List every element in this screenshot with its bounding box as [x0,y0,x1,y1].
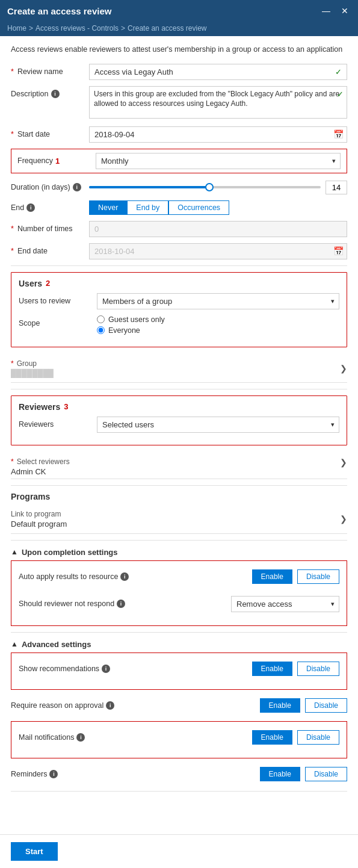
divider-6 [11,791,347,792]
select-reviewers-label: * Select reviewers [11,457,70,466]
description-row: Description i Users in this group are ex… [11,86,347,120]
mail-notif-row: Mail notifications i Enable Disable [19,727,339,748]
scope-label: Scope [19,315,97,327]
end-date-label: * End date [11,243,89,255]
number-of-times-label: * Number of times [11,221,89,233]
show-rec-row: Show recommendations i Enable Disable [19,658,339,680]
auto-apply-enable-btn[interactable]: Enable [252,569,292,584]
select-reviewers-chevron-icon: ❯ [340,457,347,467]
reminders-enable-btn[interactable]: Enable [260,767,300,781]
slider-fill [89,186,209,188]
require-reason-info-icon[interactable]: i [106,701,114,710]
select-reviewers-value: Admin CK [11,467,70,476]
reviewers-section-number: 3 [64,402,68,411]
select-reviewers-row[interactable]: * Select reviewers Admin CK ❯ [11,453,347,479]
end-row: End i Never End by Occurrences [11,200,347,215]
programs-chevron-icon: ❯ [340,514,347,524]
completion-settings-accordion[interactable]: ▲ Upon completion settings [11,548,347,557]
users-to-review-field: Members of a group Assigned to an applic… [97,293,339,309]
show-rec-info-icon[interactable]: i [102,665,110,673]
programs-title: Programs [11,492,347,501]
reviewers-label: Reviewers [19,417,97,429]
reminders-disable-btn[interactable]: Disable [305,767,347,781]
review-name-field: Access via Legay Auth [89,64,347,80]
end-by-btn[interactable]: End by [127,200,168,215]
scope-guest-radio[interactable] [97,315,105,323]
require-reason-enable-btn[interactable]: Enable [260,698,300,713]
number-of-times-row: * Number of times [11,221,347,237]
review-name-input[interactable]: Access via Legay Auth [89,64,347,80]
start-date-label: * Start date [11,126,89,138]
breadcrumb-access-reviews[interactable]: Access reviews - Controls [35,24,119,33]
scope-field: Guest users only Everyone [97,315,339,335]
users-to-review-select[interactable]: Members of a group Assigned to an applic… [97,293,339,309]
description-info-icon[interactable]: i [51,90,60,98]
reviewers-row: Reviewers Selected users Members (self-r… [19,417,339,433]
users-section: Users 2 Users to review Members of a gro… [11,272,347,347]
end-info-icon[interactable]: i [26,203,35,212]
link-to-program-row[interactable]: Link to program Default program ❯ [11,505,347,534]
group-content: * Group ████████ [11,359,54,377]
not-respond-select[interactable]: Remove access Approve access Take recomm… [231,596,339,612]
scope-everyone-radio[interactable] [97,326,105,334]
chevron-down-icon: ▲ [11,548,18,556]
description-input[interactable] [89,86,347,119]
require-reason-disable-btn[interactable]: Disable [305,698,347,713]
required-star-3: * [11,225,14,233]
close-button[interactable]: ✕ [339,5,351,17]
reviewers-select[interactable]: Selected users Members (self-review) Gro… [97,417,339,433]
advanced-settings-accordion[interactable]: ▲ Advanced settings [11,640,347,649]
select-reviewers-content: * Select reviewers Admin CK [11,457,70,476]
breadcrumb-home[interactable]: Home [7,24,26,33]
end-btn-group: Never End by Occurrences [89,200,229,215]
duration-label: Duration (in days) i [11,183,89,191]
group-row[interactable]: * Group ████████ ❯ [11,355,347,383]
duration-slider-container: 14 [89,181,347,194]
mail-notif-enable-btn[interactable]: Enable [252,730,292,745]
mail-notif-info-icon[interactable]: i [76,733,85,742]
frequency-field: Weekly Monthly Quarterly Semi-annually A… [96,153,341,169]
auto-apply-info-icon[interactable]: i [120,572,129,581]
frequency-section: Frequency 1 Weekly Monthly Quarterly Sem… [11,149,347,173]
not-respond-field: Remove access Approve access Take recomm… [231,596,339,612]
slider-thumb [205,183,214,191]
breadcrumb-sep2: > [121,24,125,33]
not-respond-row: Should reviewer not respond i Remove acc… [19,592,339,616]
end-never-btn[interactable]: Never [89,200,127,215]
frequency-select[interactable]: Weekly Monthly Quarterly Semi-annually A… [96,153,341,169]
intro-text: Access reviews enable reviewers to attes… [11,45,347,55]
link-to-program-content: Link to program Default program [11,510,67,529]
duration-info-icon[interactable]: i [73,183,81,191]
number-of-times-input[interactable] [89,221,347,237]
scope-radio-group: Guest users only Everyone [97,315,339,335]
frequency-label: Frequency 1 [17,157,96,166]
minimize-button[interactable]: — [319,5,333,17]
reminders-info-icon[interactable]: i [49,770,58,778]
scope-everyone[interactable]: Everyone [97,326,339,335]
end-occurrences-btn[interactable]: Occurrences [168,200,229,215]
programs-section: Programs Link to program Default program… [11,492,347,534]
start-date-row: * Start date 📅 [11,126,347,143]
main-content: Access reviews enable reviewers to attes… [0,36,358,834]
reviewers-field: Selected users Members (self-review) Gro… [97,417,339,433]
description-check-icon: ✓ [337,90,344,99]
mail-notif-bordered: Mail notifications i Enable Disable [11,721,347,758]
scope-row: Scope Guest users only Everyone [19,315,339,335]
end-date-input[interactable] [89,243,347,259]
start-button[interactable]: Start [11,842,58,861]
show-rec-enable-btn[interactable]: Enable [252,662,292,676]
mail-notif-disable-btn[interactable]: Disable [297,730,339,745]
auto-apply-disable-btn[interactable]: Disable [297,569,339,584]
start-date-input[interactable] [89,126,347,143]
not-respond-label: Should reviewer not respond i [19,600,226,608]
description-field: Users in this group are excluded from th… [89,86,347,120]
required-star-6: * [11,457,14,466]
start-date-field: 📅 [89,126,347,143]
slider-track[interactable] [89,186,321,188]
show-rec-disable-btn[interactable]: Disable [297,662,339,676]
reviewers-section-header: Reviewers 3 [19,402,339,412]
window-title: Create an access review [7,6,111,16]
not-respond-info-icon[interactable]: i [117,600,125,608]
review-name-label: * Review name [11,64,89,76]
scope-guest-users[interactable]: Guest users only [97,315,339,324]
